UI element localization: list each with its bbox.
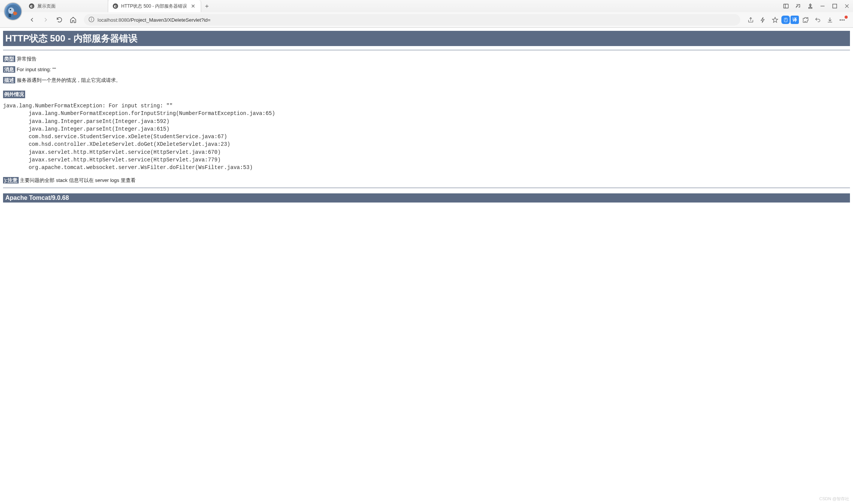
info-icon[interactable] (88, 16, 94, 24)
tab-active[interactable]: ◐ HTTP状态 500 - 内部服务器错误 ✕ (108, 0, 201, 12)
divider (3, 50, 850, 50)
type-line: 类型 异常报告 (3, 56, 850, 62)
profile-avatar[interactable] (4, 2, 22, 21)
star-icon[interactable] (769, 14, 781, 26)
new-tab-button[interactable]: ＋ (201, 2, 213, 10)
window-controls (780, 0, 853, 12)
svg-point-15 (840, 19, 840, 20)
more-icon[interactable] (836, 14, 848, 26)
globe-icon: ◐ (113, 3, 118, 9)
note-value: 主要问题的全部 stack 信息可以在 server logs 里查看 (20, 177, 135, 183)
maximize-button[interactable] (829, 0, 841, 12)
back-button[interactable] (26, 14, 38, 26)
svg-point-16 (842, 19, 842, 20)
globe-icon: ◐ (29, 3, 34, 9)
nav-row: localhost:8080/Project_Maven3/XDeleteSer… (0, 12, 853, 27)
message-label: 消息 (3, 66, 15, 73)
close-button[interactable] (841, 0, 853, 12)
reload-button[interactable] (53, 14, 66, 26)
type-label: 类型 (3, 56, 15, 62)
mark-icon[interactable] (781, 16, 790, 24)
address-bar[interactable]: localhost:8080/Project_Maven3/XDeleteSer… (84, 14, 740, 26)
minimize-button[interactable] (816, 0, 829, 12)
tabs-row: ◐ 展示页面 ◐ HTTP状态 500 - 内部服务器错误 ✕ ＋ (0, 0, 853, 12)
notification-dot (845, 16, 848, 19)
message-value: For input string: "" (17, 67, 56, 72)
note-line: ):注意 主要问题的全部 stack 信息可以在 server logs 里查看 (3, 177, 850, 184)
server-footer: Apache Tomcat/9.0.68 (3, 193, 850, 203)
url-host: localhost:8080/Project_Maven3/XDeleteSer… (98, 17, 211, 23)
close-icon[interactable]: ✕ (190, 3, 196, 9)
page-title: HTTP状态 500 - 内部服务器错误 (3, 31, 850, 46)
stacktrace: java.lang.NumberFormatException: For inp… (3, 102, 850, 172)
divider (3, 188, 850, 188)
cast-icon[interactable] (792, 0, 804, 12)
plugin-icon[interactable] (804, 0, 816, 12)
exception-label: 例外情况 (3, 91, 25, 98)
undo-icon[interactable] (812, 14, 823, 26)
svg-rect-4 (784, 4, 788, 8)
note-label: ):注意 (3, 177, 19, 183)
tab-title: 展示页面 (37, 3, 56, 10)
svg-point-17 (843, 19, 844, 20)
description-value: 服务器遇到一个意外的情况，阻止它完成请求。 (17, 77, 121, 83)
forward-button[interactable] (40, 14, 52, 26)
tab-title: HTTP状态 500 - 内部服务器错误 (121, 3, 187, 10)
svg-rect-3 (9, 14, 11, 18)
tab-inactive-1[interactable]: ◐ 展示页面 (24, 0, 108, 12)
toolbar-right: 译 (745, 14, 850, 26)
translate-icon[interactable]: 译 (791, 16, 799, 24)
type-value: 异常报告 (17, 56, 37, 62)
description-line: 描述 服务器遇到一个意外的情况，阻止它完成请求。 (3, 77, 850, 84)
svg-rect-7 (833, 4, 837, 8)
svg-point-12 (91, 18, 92, 18)
message-line: 消息 For input string: "" (3, 66, 850, 73)
browser-chrome: ◐ 展示页面 ◐ HTTP状态 500 - 内部服务器错误 ✕ ＋ localh… (0, 0, 853, 28)
extensions-icon[interactable] (800, 14, 811, 26)
download-icon[interactable] (824, 14, 835, 26)
exception-line: 例外情况 (3, 88, 850, 98)
share-icon[interactable] (745, 14, 756, 26)
home-button[interactable] (67, 14, 79, 26)
bolt-icon[interactable] (757, 14, 768, 26)
sidebar-icon[interactable] (780, 0, 792, 12)
description-label: 描述 (3, 77, 15, 83)
page-content: HTTP状态 500 - 内部服务器错误 类型 异常报告 消息 For inpu… (0, 28, 853, 206)
svg-point-2 (10, 9, 11, 10)
